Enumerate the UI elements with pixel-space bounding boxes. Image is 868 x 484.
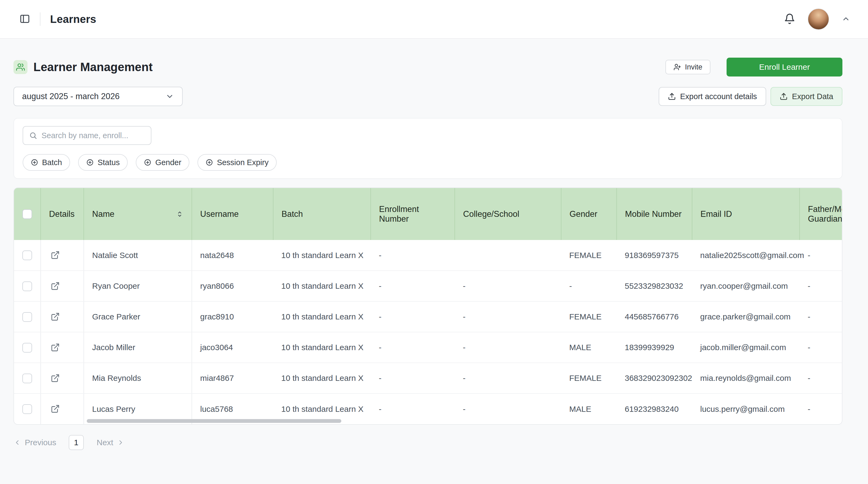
cell-gender: FEMALE bbox=[561, 363, 617, 393]
topbar-title: Learners bbox=[50, 13, 96, 25]
export-data-button[interactable]: Export Data bbox=[771, 87, 842, 106]
cell-email: grace.parker@gmail.com bbox=[692, 301, 800, 332]
cell-college: - bbox=[455, 393, 561, 424]
cell-email: lucus.perry@gmail.com bbox=[692, 393, 800, 424]
external-link-icon bbox=[51, 312, 60, 321]
col-name[interactable]: Name bbox=[84, 188, 192, 240]
sidebar-toggle-icon bbox=[20, 13, 30, 24]
current-page-button[interactable]: 1 bbox=[69, 435, 84, 450]
cell-email: ryan.cooper@gmail.com bbox=[692, 271, 800, 301]
plus-circle-icon bbox=[86, 159, 94, 166]
row-checkbox[interactable] bbox=[22, 312, 32, 322]
filter-chip-gender[interactable]: Gender bbox=[136, 154, 189, 171]
previous-label: Previous bbox=[25, 438, 56, 447]
previous-page-button[interactable]: Previous bbox=[13, 438, 56, 447]
sidebar-toggle-button[interactable] bbox=[18, 12, 32, 27]
avatar[interactable] bbox=[808, 8, 829, 30]
cell-username: miar4867 bbox=[192, 363, 273, 393]
horizontal-scrollbar-thumb[interactable] bbox=[87, 419, 341, 423]
controls-row: august 2025 - march 2026 Export account … bbox=[13, 87, 842, 106]
filter-chip-status[interactable]: Status bbox=[78, 154, 128, 171]
invite-label: Invite bbox=[685, 63, 702, 71]
cell-name: Jacob Miller bbox=[84, 332, 192, 363]
cell-batch: 10 th standard Learn X bbox=[273, 240, 371, 271]
plus-circle-icon bbox=[206, 159, 213, 166]
cell-gender: MALE bbox=[561, 393, 617, 424]
search-box bbox=[23, 126, 151, 145]
enroll-learner-button[interactable]: Enroll Learner bbox=[726, 58, 842, 76]
cell-college: - bbox=[455, 332, 561, 363]
row-checkbox[interactable] bbox=[22, 251, 32, 260]
row-checkbox[interactable] bbox=[22, 343, 32, 353]
row-details-button[interactable] bbox=[49, 249, 61, 261]
search-icon bbox=[29, 131, 37, 139]
learners-table-card: Details Name Username Batch Enrollment bbox=[13, 188, 842, 425]
col-details: Details bbox=[41, 188, 84, 240]
external-link-icon bbox=[51, 404, 60, 413]
chevron-up-icon bbox=[842, 14, 850, 23]
plus-circle-icon bbox=[144, 159, 151, 166]
row-checkbox[interactable] bbox=[22, 404, 32, 414]
row-details-button[interactable] bbox=[49, 341, 61, 354]
table-header-row: Details Name Username Batch Enrollment bbox=[14, 188, 842, 240]
next-page-button[interactable]: Next bbox=[97, 438, 125, 447]
table-row: Ryan Cooper ryan8066 10 th standard Lear… bbox=[14, 271, 842, 301]
notifications-button[interactable] bbox=[783, 12, 796, 26]
filter-chips: Batch Status Gender Session Expiry bbox=[23, 154, 833, 171]
cell-gender: FEMALE bbox=[561, 240, 617, 271]
export-account-details-button[interactable]: Export account details bbox=[659, 87, 766, 106]
row-checkbox[interactable] bbox=[22, 374, 32, 383]
cell-mobile: 619232983240 bbox=[617, 393, 692, 424]
cell-college: - bbox=[455, 363, 561, 393]
table-row: Natalie Scott nata2648 10 th standard Le… bbox=[14, 240, 842, 271]
cell-batch: 10 th standard Learn X bbox=[273, 363, 371, 393]
col-enrollment-number: Enrollment Number bbox=[371, 188, 455, 240]
cell-enrollment: - bbox=[371, 271, 455, 301]
cell-mobile: 368329023092302 bbox=[617, 363, 692, 393]
search-input[interactable] bbox=[41, 131, 145, 140]
cell-college: - bbox=[455, 271, 561, 301]
filter-chip-session-expiry[interactable]: Session Expiry bbox=[197, 154, 277, 171]
plus-circle-icon bbox=[31, 159, 38, 166]
cell-batch: 10 th standard Learn X bbox=[273, 332, 371, 363]
row-details-button[interactable] bbox=[49, 403, 61, 415]
sort-icon[interactable] bbox=[176, 211, 183, 218]
export-data-label: Export Data bbox=[792, 92, 833, 101]
cell-guardian: - bbox=[800, 301, 842, 332]
cell-college: - bbox=[455, 301, 561, 332]
chevron-down-icon bbox=[165, 92, 174, 101]
cell-mobile: 5523329823032 bbox=[617, 271, 692, 301]
user-plus-icon bbox=[674, 63, 681, 71]
page-header: Learner Management Invite Enroll Learner bbox=[13, 58, 842, 76]
cell-guardian: - bbox=[800, 332, 842, 363]
page-title: Learner Management bbox=[33, 60, 153, 74]
col-college-school: College/School bbox=[455, 188, 561, 240]
cell-enrollment: - bbox=[371, 332, 455, 363]
cell-guardian: - bbox=[800, 271, 842, 301]
cell-name: Grace Parker bbox=[84, 301, 192, 332]
session-range-value: august 2025 - march 2026 bbox=[22, 92, 165, 101]
chevron-right-icon bbox=[117, 439, 124, 446]
row-checkbox[interactable] bbox=[22, 282, 32, 291]
row-details-button[interactable] bbox=[49, 372, 61, 384]
cell-guardian: - bbox=[800, 240, 842, 271]
col-guardian: Father/Mother Guardian bbox=[800, 188, 842, 240]
cell-name: Ryan Cooper bbox=[84, 271, 192, 301]
select-all-checkbox[interactable] bbox=[22, 209, 32, 219]
upload-icon bbox=[668, 92, 676, 100]
filter-chip-label: Session Expiry bbox=[217, 158, 269, 167]
topbar: Learners bbox=[0, 0, 868, 39]
invite-button[interactable]: Invite bbox=[665, 60, 710, 74]
row-details-button[interactable] bbox=[49, 280, 61, 292]
session-range-dropdown[interactable]: august 2025 - march 2026 bbox=[13, 87, 183, 106]
col-mobile-number: Mobile Number bbox=[617, 188, 692, 240]
table-row: Grace Parker grac8910 10 th standard Lea… bbox=[14, 301, 842, 332]
filter-chip-label: Status bbox=[97, 158, 120, 167]
topbar-divider bbox=[40, 12, 40, 26]
cell-mobile: 918369597375 bbox=[617, 240, 692, 271]
cell-gender: - bbox=[561, 271, 617, 301]
pagination: Previous 1 Next bbox=[13, 435, 842, 466]
filter-chip-batch[interactable]: Batch bbox=[23, 154, 70, 171]
row-details-button[interactable] bbox=[49, 311, 61, 323]
account-menu-button[interactable] bbox=[840, 13, 851, 25]
